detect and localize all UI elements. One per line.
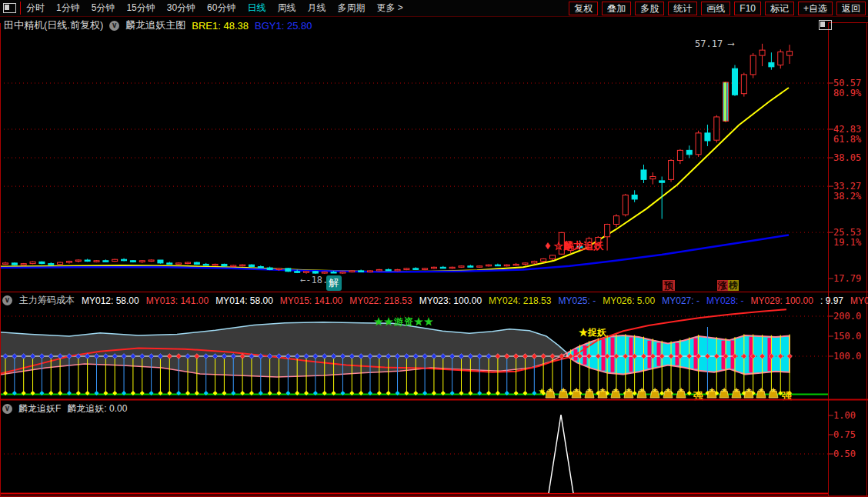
price-axis-label: 38.05 xyxy=(833,152,861,163)
tool-button-3[interactable]: 统计 xyxy=(668,2,697,15)
svg-text:★: ★ xyxy=(586,386,593,394)
tool-menu: 复权叠加多股统计画线F10标记+自选返回 xyxy=(569,2,866,15)
svg-text:★: ★ xyxy=(613,386,619,394)
price-axis-percent: 61.8% xyxy=(833,134,861,145)
svg-text:★: ★ xyxy=(721,386,727,394)
menu-item-4[interactable]: 30分钟 xyxy=(167,2,195,15)
price-axis-percent: 80.9% xyxy=(833,88,861,98)
svg-text:★: ★ xyxy=(770,386,776,394)
menu-item-7[interactable]: 周线 xyxy=(277,2,295,15)
mid-axis-label: 100.0 xyxy=(833,351,861,362)
chase-demon-signal: ♦ ☆麟龙追妖 xyxy=(545,238,603,253)
svg-text:★: ★ xyxy=(626,386,632,394)
chart-title-row: 田中精机(日线.前复权) ∨ 麟龙追妖主图 BRE1: 48.38 BGY1: … xyxy=(4,18,312,32)
jie-marker-badge: 解 xyxy=(326,275,342,291)
chip-band-area xyxy=(0,322,567,377)
price-axis-label: 17.79 xyxy=(833,273,861,284)
my-value-7: MY025: - xyxy=(558,295,596,306)
menu-item-1[interactable]: 1分钟 xyxy=(56,2,80,15)
bottom-indicator-title[interactable]: 麟龙追妖F xyxy=(18,402,61,415)
my-value-1: MY013: 141.00 xyxy=(146,295,209,306)
bottom-axis-label: 0.50 xyxy=(833,449,856,459)
svg-text:★: ★ xyxy=(547,386,553,394)
trading-app-window: ★★★★★★★★★★★★★★★★★★强强 分时1分钟5分钟15分钟30分钟60分… xyxy=(0,0,868,497)
signal-panel xyxy=(0,415,833,494)
svg-text:★: ★ xyxy=(573,386,579,394)
price-axis-percent: 38.2% xyxy=(833,191,861,202)
alert-badge[interactable]: 预 xyxy=(663,280,675,291)
my-value-6: MY024: 218.53 xyxy=(489,295,551,306)
top-menu-bar: 分时1分钟5分钟15分钟30分钟60分钟日线周线月线多周期更多 > 复权叠加多股… xyxy=(0,0,868,17)
menu-item-8[interactable]: 月线 xyxy=(307,2,326,15)
tool-button-2[interactable]: 多股 xyxy=(635,2,664,15)
my-value-11: MY029: 100.00 xyxy=(751,295,813,306)
tool-button-0[interactable]: 复权 xyxy=(569,2,598,15)
price-axis-label: 25.53 xyxy=(833,227,861,238)
svg-text:★: ★ xyxy=(709,386,715,394)
tool-button-4[interactable]: 画线 xyxy=(701,2,730,15)
svg-text:★: ★ xyxy=(678,386,684,394)
tool-button-5[interactable]: F10 xyxy=(734,2,761,15)
arrow-right-icon: ⟶ xyxy=(728,38,733,49)
chevron-down-icon[interactable]: ∨ xyxy=(2,404,12,414)
main-indicator-name[interactable]: 麟龙追妖主图 xyxy=(125,18,185,32)
ma-slow-blue xyxy=(0,235,789,272)
my-value-2: MY014: 58.00 xyxy=(215,295,273,306)
price-axis-label: 42.83 xyxy=(833,124,861,135)
my-value-9: MY027: - xyxy=(662,295,699,306)
mid-axis-label: 150.0 xyxy=(833,331,861,342)
menu-item-6[interactable]: 日线 xyxy=(247,2,265,15)
my-value-4: MY022: 218.53 xyxy=(349,295,412,306)
peak-price-label: 57.17 ⟶ xyxy=(695,38,734,49)
bgy1-value: BGY1: 25.80 xyxy=(255,20,312,32)
rank-badge[interactable]: 涨 榜 xyxy=(717,280,739,291)
svg-text:★: ★ xyxy=(758,386,764,394)
my-value-8: MY026: 5.00 xyxy=(603,295,655,306)
bre1-value: BRE1: 48.38 xyxy=(192,20,249,32)
my-value-12: : 9.97 xyxy=(820,295,843,306)
bottom-indicator-value: 麟龙追妖: 0.00 xyxy=(67,402,127,415)
my-value-5: MY023: 100.00 xyxy=(419,295,482,306)
menu-item-0[interactable]: 分时 xyxy=(26,2,45,15)
mid-axis-label: 200.0 xyxy=(833,311,861,322)
svg-text:★: ★ xyxy=(639,386,645,394)
panel-maximize-icon[interactable] xyxy=(819,20,832,30)
hot-money-watermark: ★★游资★★ xyxy=(374,315,434,329)
svg-text:★: ★ xyxy=(599,386,606,394)
window-layout-icon[interactable] xyxy=(3,3,16,13)
star-icon: ★ xyxy=(539,387,546,395)
tool-button-7[interactable]: +自选 xyxy=(798,2,833,15)
price-axis-label: 50.57 xyxy=(833,78,861,88)
menu-item-2[interactable]: 5分钟 xyxy=(92,2,115,15)
bottom-panel-header: ∨ 麟龙追妖F 麟龙追妖: 0.00 xyxy=(2,402,127,415)
candlestick-series xyxy=(3,44,793,274)
price-axis-percent: 19.1% xyxy=(833,237,861,248)
menu-item-9[interactable]: 多周期 xyxy=(337,2,365,15)
svg-text:★: ★ xyxy=(665,386,671,394)
chevron-down-icon[interactable]: ∨ xyxy=(109,21,119,31)
my-value-13: MY055: xyxy=(850,295,868,306)
stock-title: 田中精机(日线.前复权) xyxy=(4,18,103,32)
svg-text:★: ★ xyxy=(652,386,658,394)
middle-indicator-title[interactable]: 主力筹码成本 xyxy=(19,294,75,307)
tool-button-8[interactable]: 返回 xyxy=(836,2,866,15)
bottom-axis-label: 0.75 xyxy=(833,429,856,440)
svg-text:★: ★ xyxy=(746,386,752,394)
bottom-axis-label: 1.00 xyxy=(833,410,856,421)
rank-badge-zhang: 涨 xyxy=(717,280,728,291)
tool-button-6[interactable]: 标记 xyxy=(765,2,794,15)
my-value-10: MY028: - xyxy=(706,295,744,306)
chevron-down-icon[interactable]: ∨ xyxy=(2,295,12,305)
menu-item-10[interactable]: 更多 > xyxy=(376,2,402,15)
period-menu: 分时1分钟5分钟15分钟30分钟60分钟日线周线月线多周期更多 > xyxy=(26,2,403,15)
chart-canvas[interactable]: ★★★★★★★★★★★★★★★★★★强强 xyxy=(0,0,868,497)
price-axis-label: 33.27 xyxy=(833,181,861,192)
menu-divider xyxy=(20,2,21,15)
menu-item-3[interactable]: 15分钟 xyxy=(126,2,155,15)
rank-badge-bang: 榜 xyxy=(728,280,739,291)
main-gridlines xyxy=(0,83,833,279)
svg-text:★: ★ xyxy=(733,386,739,394)
menu-item-5[interactable]: 60分钟 xyxy=(207,2,235,15)
tool-button-1[interactable]: 叠加 xyxy=(602,2,631,15)
my-value-0: MY012: 58.00 xyxy=(82,295,139,306)
